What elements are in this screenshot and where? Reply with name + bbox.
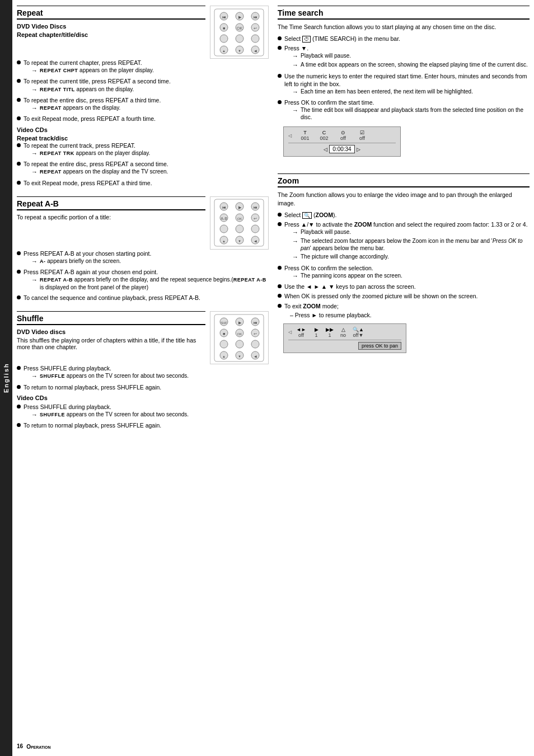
shuffle-vcd-bullets: Press SHUFFLE during playback. → SHUFFLE… xyxy=(17,403,269,430)
arrow-item: → The panning icons appear on the screen… xyxy=(292,272,402,280)
svg-text:OK: OK xyxy=(236,26,242,30)
zoom-cell-2: ▶ 1 xyxy=(311,327,322,338)
arrow-item: → The picture will change accordingly. xyxy=(292,253,530,261)
svg-text:⏮: ⏮ xyxy=(222,205,226,209)
arrow-item: → The selected zoom factor appears below… xyxy=(292,237,530,252)
zoom-cell-5: 🔍▲ off▼ xyxy=(351,327,366,338)
bullet-text: To repeat the entire disc, press REPEAT … xyxy=(24,160,168,177)
bullet-dot xyxy=(278,46,282,50)
arrow-item: → REPEAT TITL appears on the display. xyxy=(31,86,171,93)
arrow-item: → REPEAT CHPT appears on the player disp… xyxy=(31,67,154,74)
arrow-icon: → xyxy=(292,61,298,69)
svg-point-15 xyxy=(251,35,259,43)
bullet-item: To repeat the current chapter, press REP… xyxy=(17,59,269,76)
time-left-tri: ◁ xyxy=(324,147,327,152)
svg-point-59 xyxy=(251,340,259,348)
bullet-item: Press SHUFFLE during playback. → SHUFFLE… xyxy=(17,403,269,420)
svg-text:OK: OK xyxy=(237,217,242,220)
time-search-divider xyxy=(278,6,530,6)
bullet-text: When OK is pressed only the zoomed pictu… xyxy=(284,292,478,300)
svg-point-36 xyxy=(236,225,243,233)
shuffle-remote-graphic: SHF ▶ ⏭ ■ OK ↩ xyxy=(210,311,269,364)
zoom-divider xyxy=(278,173,530,174)
zoom-cell-1: ◄► off xyxy=(294,327,308,338)
bullet-dot xyxy=(17,116,21,120)
bullet-text: Press SHUFFLE during playback. → SHUFFLE… xyxy=(24,403,189,420)
arrow-icon: → xyxy=(292,253,298,261)
arrow-text: Each time an item has been entered, the … xyxy=(301,88,473,95)
zoom-cell-3: ▶▶ 1 xyxy=(324,327,335,338)
time-value: 0:00:34 xyxy=(329,145,354,153)
svg-point-37 xyxy=(251,225,259,233)
svg-text:⏭: ⏭ xyxy=(253,321,257,325)
bullet-item: To exit Repeat mode, press REPEAT a four… xyxy=(17,115,269,123)
bullet-text: To exit Repeat mode, press REPEAT a thir… xyxy=(24,179,152,187)
arrow-icon: → xyxy=(292,106,298,114)
time-cell-check: ☑ off xyxy=(354,130,370,141)
time-search-bullets: Select ⏱ (TIME SEARCH) in the menu bar. … xyxy=(278,35,530,123)
repeat-ab-header-row: Repeat A-B To repeat a specific portion … xyxy=(17,196,269,250)
bullet-item: Press OK to confirm the selection. → The… xyxy=(278,264,530,281)
repeat-dvd-subtitle2: Repeat chapter/title/disc xyxy=(17,31,205,38)
svg-text:◀: ◀ xyxy=(254,355,256,358)
bullet-item: When OK is pressed only the zoomed pictu… xyxy=(278,292,530,300)
bullet-item: Use the numeric keys to enter the requir… xyxy=(278,72,530,97)
shuffle-remote-svg: SHF ▶ ⏭ ■ OK ↩ xyxy=(212,313,268,363)
zoom-bold: ZOOM xyxy=(316,212,334,218)
zoom-icon: 🔍 xyxy=(302,212,312,219)
arrow-icon: → xyxy=(31,104,38,112)
svg-text:▲: ▲ xyxy=(222,240,226,243)
time-right-tri: ▷ xyxy=(357,147,360,152)
arrow-icon: → xyxy=(31,257,38,265)
time-search-icon: ⏱ xyxy=(302,36,311,43)
bullet-dot xyxy=(278,74,282,78)
shuffle-divider xyxy=(17,311,205,312)
arrow-text: A time edit box appears on the screen, s… xyxy=(301,61,528,68)
repeat-ab-bullets: Press REPEAT A-B at your chosen starting… xyxy=(17,250,269,302)
bullet-dot xyxy=(17,143,21,147)
zoom-bold3: ZOOM xyxy=(303,303,321,309)
arrow-icon: → xyxy=(31,411,38,419)
svg-text:A-B: A-B xyxy=(221,217,227,220)
repeat-remote-svg: ⏮ ▶ ⏭ ■ OK ↩ xyxy=(212,8,268,57)
svg-text:⏭: ⏭ xyxy=(253,15,257,19)
svg-text:SHF: SHF xyxy=(221,321,227,325)
time-display-container: ◁ T 001 C 002 ⊙ off xyxy=(283,126,530,157)
bullet-item: To exit ZOOM mode; – Press ► to resume p… xyxy=(278,302,530,319)
arrow-item: → Playback will pause. xyxy=(292,52,528,60)
arrow-icon: → xyxy=(31,168,38,176)
arrow-icon: → xyxy=(292,228,298,236)
page-footer: 16 Operation xyxy=(17,732,269,750)
arrow-item: → The time edit box will disappear and p… xyxy=(292,106,530,121)
arrow-icon: → xyxy=(31,149,38,157)
bullet-item: To cancel the sequence and continue play… xyxy=(17,294,269,302)
bullet-dot xyxy=(17,405,21,408)
bullet-text: To repeat the current track, press REPEA… xyxy=(24,142,150,158)
bullet-text: To exit ZOOM mode; – Press ► to resume p… xyxy=(284,302,372,319)
repeat-title: Repeat xyxy=(17,8,205,20)
bullet-dot xyxy=(17,60,21,64)
bullet-item: To repeat the current track, press REPEA… xyxy=(17,142,269,158)
repeat-ab-title: Repeat A-B xyxy=(17,199,205,210)
svg-point-14 xyxy=(236,35,243,43)
arrow-item: → REPEAT TRK appears on the player displ… xyxy=(31,149,150,157)
bullet-text: Press OK to confirm the start time. → Th… xyxy=(284,98,530,122)
svg-text:■: ■ xyxy=(222,26,224,30)
page-container: English Repeat DVD Video Discs Repeat ch… xyxy=(0,0,534,756)
repeat-ab-header-text: Repeat A-B To repeat a specific portion … xyxy=(17,196,205,223)
zoom-section: Zoom The Zoom function allows you to enl… xyxy=(278,173,530,353)
repeat-dvd-bullets: To repeat the current chapter, press REP… xyxy=(17,59,269,123)
bullet-item: Press REPEAT A-B at your chosen starting… xyxy=(17,250,269,266)
shuffle-dvd-intro: This shuffles the playing order of chapt… xyxy=(17,337,205,350)
zoom-bold2: ZOOM xyxy=(354,221,372,228)
bullet-dot xyxy=(17,385,21,389)
bullet-dot xyxy=(17,366,21,370)
repeat-vcd-subtitle: Video CDs xyxy=(17,126,269,133)
repeat-ab-divider xyxy=(17,196,205,197)
time-display-box: ◁ T 001 C 002 ⊙ off xyxy=(283,126,401,157)
sidebar-label: English xyxy=(3,363,10,393)
arrow-text: Playback will pause. xyxy=(301,52,351,59)
svg-text:▲: ▲ xyxy=(222,355,226,358)
page-section-label: Operation xyxy=(26,744,50,750)
zoom-exit-sub: – Press ► to resume playback. xyxy=(290,311,372,319)
